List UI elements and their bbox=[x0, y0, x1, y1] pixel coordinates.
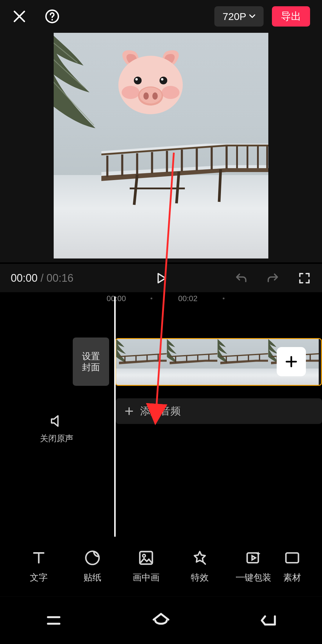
svg-line-16 bbox=[134, 175, 137, 205]
svg-point-24 bbox=[160, 77, 167, 84]
svg-point-23 bbox=[134, 77, 142, 84]
tool-sticker[interactable]: 贴纸 bbox=[66, 549, 119, 584]
pig-sticker[interactable] bbox=[113, 48, 188, 116]
nav-home[interactable] bbox=[151, 611, 171, 630]
svg-point-49 bbox=[143, 554, 145, 557]
mute-original-button[interactable]: 关闭原声 bbox=[40, 413, 73, 444]
clip-thumb bbox=[116, 339, 167, 385]
duration: 00:16 bbox=[47, 272, 73, 284]
fullscreen-icon bbox=[298, 271, 311, 285]
add-clip-button[interactable] bbox=[277, 347, 306, 376]
top-bar: 720P 导出 bbox=[0, 0, 322, 33]
back-icon bbox=[258, 611, 278, 630]
resolution-label: 720P bbox=[223, 11, 246, 22]
resolution-button[interactable]: 720P bbox=[214, 6, 264, 27]
sticker-icon bbox=[84, 549, 101, 566]
redo-icon bbox=[266, 271, 280, 285]
svg-point-26 bbox=[161, 78, 163, 80]
autopack-icon bbox=[245, 549, 262, 566]
video-track[interactable] bbox=[113, 333, 322, 391]
tool-text[interactable]: 文字 bbox=[12, 549, 66, 584]
add-audio-button[interactable]: 添加音频 bbox=[116, 398, 322, 424]
tool-assets[interactable]: 素材 bbox=[277, 549, 307, 584]
mute-label: 关闭原声 bbox=[40, 433, 73, 444]
top-left bbox=[12, 9, 60, 24]
svg-point-22 bbox=[162, 86, 179, 99]
help-icon[interactable] bbox=[45, 9, 60, 24]
undo-icon bbox=[234, 271, 248, 285]
preview-image[interactable] bbox=[54, 33, 268, 258]
timeline-ruler[interactable]: 00:00 00:02 bbox=[0, 292, 322, 309]
set-cover-button[interactable]: 设置 封面 bbox=[73, 338, 109, 386]
plus-icon bbox=[284, 354, 298, 369]
ruler-dot bbox=[151, 298, 152, 299]
preview-area bbox=[0, 33, 322, 262]
ruler-tick-1: 00:02 bbox=[178, 294, 197, 303]
preview-pier bbox=[101, 144, 268, 206]
pip-icon bbox=[138, 549, 154, 566]
ruler-tick-0: 00:00 bbox=[106, 294, 126, 303]
svg-point-21 bbox=[122, 86, 140, 99]
transport-right bbox=[234, 271, 311, 285]
svg-rect-51 bbox=[286, 553, 298, 563]
close-icon[interactable] bbox=[12, 9, 27, 24]
system-nav bbox=[0, 596, 322, 644]
top-right: 720P 导出 bbox=[214, 6, 310, 27]
home-icon bbox=[151, 611, 171, 630]
effects-star-icon bbox=[191, 549, 208, 566]
nav-recents[interactable] bbox=[44, 611, 64, 630]
chevron-down-icon bbox=[249, 14, 255, 18]
menu-icon bbox=[44, 611, 64, 630]
current-time: 00:00 bbox=[11, 272, 38, 284]
clip-thumb bbox=[167, 339, 217, 385]
text-icon bbox=[30, 549, 47, 566]
tool-pip[interactable]: 画中画 bbox=[119, 549, 173, 584]
svg-point-30 bbox=[152, 92, 158, 100]
ruler-dot bbox=[223, 298, 225, 299]
tool-label: 素材 bbox=[283, 572, 301, 584]
tool-autopack[interactable]: 一键包装 bbox=[227, 549, 280, 584]
tool-label: 文字 bbox=[30, 572, 48, 584]
bottom-toolbar: 文字 贴纸 画中画 特效 一键包装 素材 bbox=[0, 537, 322, 596]
svg-line-18 bbox=[219, 169, 221, 202]
assets-icon bbox=[284, 549, 301, 566]
export-button[interactable]: 导出 bbox=[272, 6, 310, 27]
clip-thumb bbox=[217, 339, 268, 385]
nav-back[interactable] bbox=[258, 611, 278, 630]
tool-label: 特效 bbox=[191, 572, 209, 584]
speaker-icon bbox=[49, 413, 64, 429]
set-cover-label: 设置 封面 bbox=[82, 351, 100, 373]
redo-button[interactable] bbox=[266, 271, 280, 285]
svg-point-29 bbox=[143, 92, 149, 100]
fullscreen-button[interactable] bbox=[298, 271, 311, 285]
play-button[interactable] bbox=[154, 271, 168, 285]
preview-tree bbox=[54, 33, 101, 146]
tool-label: 一键包装 bbox=[236, 572, 271, 584]
svg-point-1 bbox=[52, 19, 53, 21]
svg-point-28 bbox=[140, 87, 162, 103]
tool-effects[interactable]: 特效 bbox=[173, 549, 227, 584]
export-label: 导出 bbox=[281, 10, 301, 23]
transport-bar: 00:00 / 00:16 bbox=[0, 264, 322, 292]
play-icon bbox=[154, 271, 168, 285]
svg-point-25 bbox=[135, 78, 138, 80]
time-readout: 00:00 / 00:16 bbox=[11, 272, 73, 284]
plus-icon bbox=[124, 406, 134, 416]
undo-button[interactable] bbox=[234, 271, 248, 285]
tool-label: 贴纸 bbox=[83, 572, 101, 584]
timeline: 关闭原声 设置 封面 bbox=[0, 309, 322, 549]
add-audio-label: 添加音频 bbox=[140, 404, 181, 418]
tool-label: 画中画 bbox=[133, 572, 160, 584]
